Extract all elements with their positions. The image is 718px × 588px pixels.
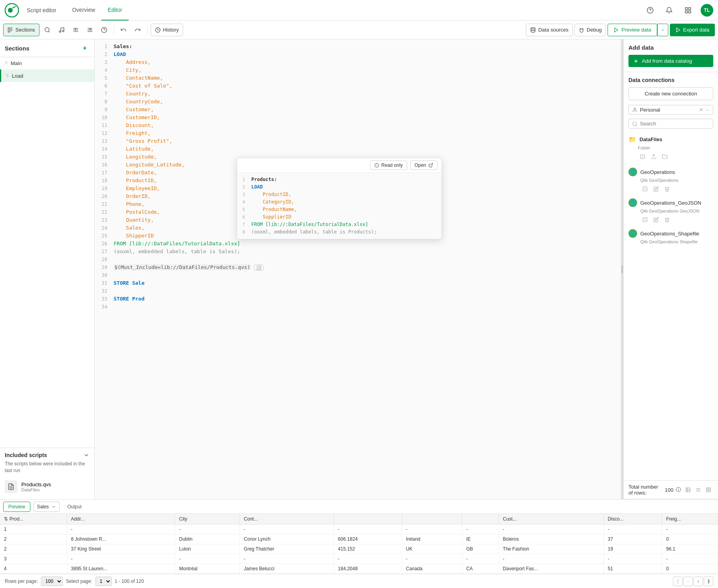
indent-icon-button[interactable] <box>69 24 82 36</box>
add-from-catalog-button[interactable]: Add from data catalog <box>628 55 713 67</box>
datafiles-folder-icon[interactable] <box>660 152 669 161</box>
table-selector[interactable]: Sales <box>34 502 60 512</box>
list-view-icon[interactable] <box>694 485 703 495</box>
col-header-c3[interactable] <box>462 514 499 525</box>
search-input[interactable] <box>640 121 710 127</box>
col-header-disco[interactable]: Disco... <box>604 514 662 525</box>
total-rows-info-icon: ⓘ <box>676 486 681 493</box>
table-view-icon[interactable] <box>683 485 693 495</box>
output-button[interactable]: Output <box>63 502 86 512</box>
col-header-freig[interactable]: Freig... <box>662 514 718 525</box>
datafiles-select-icon[interactable] <box>638 152 647 161</box>
debug-button[interactable]: Debug <box>574 24 606 36</box>
search-icon-button[interactable] <box>41 24 54 36</box>
preview-button[interactable]: Preview <box>3 502 30 512</box>
section-items-list: ⠿ Main ⠿ Load 🗑 <box>0 57 94 448</box>
prev-page-button[interactable]: ‹ <box>683 577 693 586</box>
geooperations-item: 🌐 GeoOperations Qlik GeoOperations <box>628 166 713 194</box>
code-line: Address, <box>114 58 618 66</box>
grid-icon[interactable] <box>682 4 694 17</box>
toggle-icon-button[interactable] <box>55 24 68 36</box>
toolbar-separator-2 <box>147 25 148 35</box>
geo-delete-icon[interactable] <box>662 184 672 194</box>
data-table-container[interactable]: ⇅ Prod... Addr... City Cont... Cust... D… <box>0 514 718 574</box>
grid-view-icon[interactable] <box>704 485 713 495</box>
col-header-city[interactable]: City <box>175 514 239 525</box>
datafiles-upload-icon[interactable] <box>649 152 658 161</box>
svg-rect-52 <box>709 488 711 489</box>
col-header-c2[interactable] <box>402 514 462 525</box>
sections-toggle-button[interactable]: Sections <box>3 24 39 36</box>
data-sources-label: Data sources <box>538 27 568 33</box>
next-page-button[interactable]: › <box>694 577 703 586</box>
included-scripts-desc: The scripts below were included in the l… <box>5 461 90 474</box>
chevron-down-icon[interactable] <box>705 108 710 112</box>
shapefile-icon: 🌐 <box>628 229 637 238</box>
section-item-load[interactable]: ⠿ Load 🗑 <box>0 69 94 82</box>
help-icon-button[interactable] <box>98 24 110 36</box>
geo-select-icon[interactable] <box>640 184 650 194</box>
geojson-edit-icon[interactable] <box>651 215 661 224</box>
tab-overview[interactable]: Overview <box>66 0 101 21</box>
svg-rect-43 <box>643 218 647 222</box>
script-item: Products.qvs DataFiles <box>5 478 90 495</box>
undo-button[interactable] <box>117 24 130 36</box>
search-box-icon <box>632 121 638 127</box>
code-line: Freight, <box>114 129 618 137</box>
read-only-button[interactable]: Read only <box>370 161 407 170</box>
script-item-info: Products.qvs DataFiles <box>21 482 51 492</box>
preview-data-dropdown[interactable] <box>657 24 668 36</box>
code-line: Country, <box>114 90 618 98</box>
code-editor[interactable]: 1 2 3 4 5 6 7 8 9 10 11 12 13 14 15 16 1… <box>95 39 621 499</box>
clear-filter-icon[interactable]: ✕ <box>699 107 703 113</box>
toolbar-right: Data sources Debug Preview data Export d… <box>526 24 715 36</box>
page-select[interactable]: 1 <box>95 577 112 586</box>
popup-code-content: Products: LOAD ProductID, CategoryID, Pr… <box>248 176 441 236</box>
tab-editor[interactable]: Editor <box>101 0 129 21</box>
create-connection-button[interactable]: Create new connection <box>628 87 713 100</box>
open-button[interactable]: Open <box>410 161 438 170</box>
outdent-icon-button[interactable] <box>84 24 96 36</box>
export-data-button[interactable]: Export data <box>670 24 715 36</box>
data-sources-button[interactable]: Data sources <box>526 24 573 36</box>
notification-icon[interactable] <box>663 4 675 17</box>
col-header-cust[interactable]: Cust... <box>499 514 604 525</box>
first-page-button[interactable]: ⟪ <box>673 577 682 586</box>
pagination-bar: Rows per page: 100 Select page: 1 1 - 10… <box>0 574 718 588</box>
popup-code-line: SupplierID <box>251 213 438 221</box>
section-item-main[interactable]: ⠿ Main <box>0 57 94 69</box>
geo-edit-icon[interactable] <box>651 184 661 194</box>
shapefile-name: GeoOperations_Shapefile <box>640 231 713 237</box>
avatar[interactable]: TL <box>701 4 713 17</box>
add-section-button[interactable]: + <box>80 43 90 53</box>
geojson-delete-icon[interactable] <box>662 215 672 224</box>
svg-line-2 <box>12 6 16 8</box>
col-header-addr[interactable]: Addr... <box>67 514 175 525</box>
col-header-prodid[interactable]: ⇅ Prod... <box>0 514 67 525</box>
geo-operations-name: GeoOperations <box>640 169 713 175</box>
redo-button[interactable] <box>131 24 144 36</box>
last-page-button[interactable]: ⟫ <box>704 577 713 586</box>
col-header-c1[interactable] <box>334 514 402 525</box>
code-line: FROM [lib://:DataFiles/TutorialData.xlsx… <box>114 240 618 248</box>
code-content[interactable]: Sales: LOAD Address, City, ContactName, … <box>110 43 621 496</box>
datafiles-header[interactable]: 📁 DataFiles <box>628 133 713 146</box>
collapse-included-icon[interactable] <box>83 452 90 458</box>
rows-per-page-select[interactable]: 100 <box>41 577 63 586</box>
included-scripts-title: Included scripts <box>5 452 47 458</box>
table-row: 1--------- <box>0 525 718 534</box>
data-table: ⇅ Prod... Addr... City Cont... Cust... D… <box>0 514 718 574</box>
preview-data-button[interactable]: Preview data <box>608 24 657 36</box>
table-header-row: ⇅ Prod... Addr... City Cont... Cust... D… <box>0 514 718 525</box>
popup-overlay: Read only Open 1 2 3 4 5 6 7 <box>237 158 442 239</box>
svg-point-16 <box>62 30 64 32</box>
geojson-select-icon[interactable] <box>640 215 650 224</box>
col-header-contact[interactable]: Cont... <box>240 514 334 525</box>
datafiles-name: DataFiles <box>639 136 662 142</box>
sections-header: Sections + <box>0 39 94 57</box>
top-bar: Script editor Overview Editor TL <box>0 0 718 21</box>
help-icon[interactable] <box>644 4 656 17</box>
add-catalog-label: Add from data catalog <box>642 58 692 64</box>
history-button[interactable]: History <box>151 24 183 36</box>
code-line: STORE Sale <box>114 279 618 287</box>
